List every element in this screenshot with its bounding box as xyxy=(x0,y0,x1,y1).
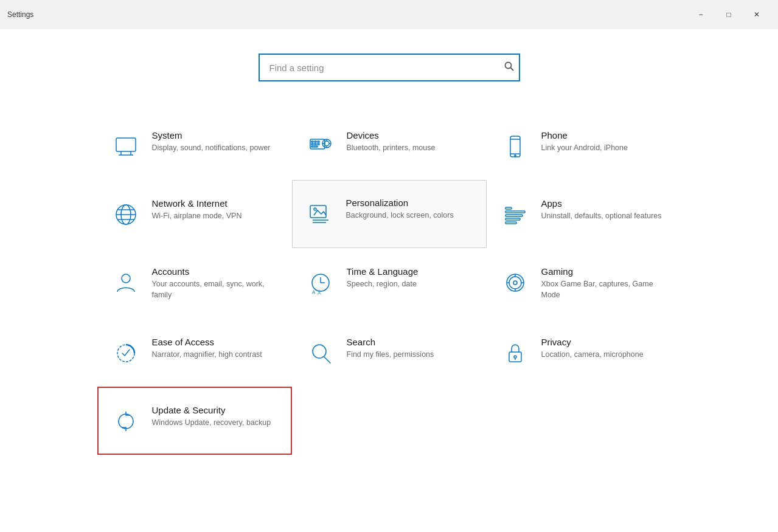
settings-title-update: Update & Security xyxy=(152,405,271,415)
settings-title-search: Search xyxy=(347,337,434,347)
settings-item-ease[interactable]: Ease of Access Narrator, magnifier, high… xyxy=(97,319,292,387)
settings-desc-privacy: Location, camera, microphone xyxy=(541,350,644,361)
search-icon xyxy=(504,61,514,71)
settings-desc-personalization: Background, lock screen, colors xyxy=(346,210,454,221)
update-icon xyxy=(111,406,141,437)
accounts-icon xyxy=(111,268,141,298)
settings-desc-apps: Uninstall, defaults, optional features xyxy=(541,211,662,222)
settings-text-gaming: Gaming Xbox Game Bar, captures, Game Mod… xyxy=(541,266,665,300)
settings-title-time: Time & Language xyxy=(347,266,419,277)
settings-text-privacy: Privacy Location, camera, microphone xyxy=(541,337,644,361)
svg-rect-37 xyxy=(505,222,516,224)
search-container xyxy=(259,54,520,81)
settings-desc-ease: Narrator, magnifier, high contrast xyxy=(152,350,262,361)
svg-point-55 xyxy=(514,356,516,358)
apps-icon xyxy=(500,199,530,230)
settings-item-phone[interactable]: Phone Link your Android, iPhone xyxy=(487,112,681,180)
gaming-icon xyxy=(500,268,530,298)
minimize-button[interactable]: − xyxy=(687,5,715,24)
settings-desc-search: Find my files, permissions xyxy=(347,350,434,361)
privacy-icon xyxy=(500,338,530,368)
settings-desc-gaming: Xbox Game Bar, captures, Game Mode xyxy=(541,279,665,300)
globe-icon xyxy=(111,199,141,230)
settings-text-network: Network & Internet Wi-Fi, airplane mode,… xyxy=(152,198,242,222)
settings-text-time: Time & Language Speech, region, date xyxy=(347,266,419,290)
svg-point-23 xyxy=(514,155,515,156)
settings-title-system: System xyxy=(152,130,271,140)
settings-item-privacy[interactable]: Privacy Location, camera, microphone xyxy=(487,319,681,387)
settings-item-update[interactable]: Update & Security Windows Update, recove… xyxy=(97,387,292,455)
search-icon xyxy=(305,338,336,368)
svg-line-53 xyxy=(324,357,330,363)
settings-title-accounts: Accounts xyxy=(152,266,276,277)
main-content: System Display, sound, notifications, po… xyxy=(0,29,778,532)
svg-point-32 xyxy=(314,208,316,210)
settings-item-search[interactable]: Search Find my files, permissions xyxy=(292,319,487,387)
svg-line-1 xyxy=(510,68,513,71)
settings-desc-time: Speech, region, date xyxy=(347,279,419,290)
settings-grid: System Display, sound, notifications, po… xyxy=(97,112,681,455)
settings-title-phone: Phone xyxy=(541,130,628,140)
svg-point-0 xyxy=(505,63,511,69)
svg-point-52 xyxy=(313,345,326,358)
window-controls: − □ ✕ xyxy=(687,5,771,24)
settings-text-system: System Display, sound, notifications, po… xyxy=(152,130,271,154)
settings-title-devices: Devices xyxy=(347,130,436,140)
svg-point-50 xyxy=(513,281,517,285)
svg-rect-8 xyxy=(314,141,316,142)
settings-item-apps[interactable]: Apps Uninstall, defaults, optional featu… xyxy=(487,180,681,248)
maximize-button[interactable]: □ xyxy=(715,5,743,24)
svg-rect-11 xyxy=(314,143,316,145)
settings-text-accounts: Accounts Your accounts, email, sync, wor… xyxy=(152,266,276,300)
svg-rect-36 xyxy=(505,218,520,220)
settings-desc-devices: Bluetooth, printers, mouse xyxy=(347,143,436,154)
svg-rect-54 xyxy=(509,352,521,362)
settings-title-apps: Apps xyxy=(541,198,662,209)
svg-text:A: A xyxy=(312,289,316,295)
settings-item-network[interactable]: Network & Internet Wi-Fi, airplane mode,… xyxy=(97,180,292,248)
settings-text-personalization: Personalization Background, lock screen,… xyxy=(346,198,454,221)
settings-text-apps: Apps Uninstall, defaults, optional featu… xyxy=(541,198,662,222)
svg-rect-2 xyxy=(116,138,136,151)
monitor-icon xyxy=(111,131,141,162)
settings-desc-phone: Link your Android, iPhone xyxy=(541,143,628,154)
svg-rect-12 xyxy=(318,143,319,145)
settings-desc-accounts: Your accounts, email, sync, work, family xyxy=(152,279,276,300)
close-button[interactable]: ✕ xyxy=(743,5,771,24)
svg-rect-9 xyxy=(318,141,319,142)
settings-desc-update: Windows Update, recovery, backup xyxy=(152,418,271,429)
phone-icon xyxy=(500,131,530,162)
svg-rect-13 xyxy=(311,146,318,147)
svg-rect-7 xyxy=(311,141,313,142)
settings-item-accounts[interactable]: Accounts Your accounts, email, sync, wor… xyxy=(97,248,292,319)
settings-item-gaming[interactable]: Gaming Xbox Game Bar, captures, Game Mod… xyxy=(487,248,681,319)
settings-text-search: Search Find my files, permissions xyxy=(347,337,434,361)
settings-title-ease: Ease of Access xyxy=(152,337,262,347)
ease-icon xyxy=(111,338,141,368)
svg-rect-35 xyxy=(505,215,523,216)
settings-item-devices[interactable]: Devices Bluetooth, printers, mouse xyxy=(292,112,487,180)
settings-title-network: Network & Internet xyxy=(152,198,242,209)
settings-title-gaming: Gaming xyxy=(541,266,665,277)
svg-point-38 xyxy=(122,274,130,283)
svg-text:文: 文 xyxy=(317,289,322,295)
settings-item-system[interactable]: System Display, sound, notifications, po… xyxy=(97,112,292,180)
svg-point-45 xyxy=(509,277,521,289)
title-bar: Settings − □ ✕ xyxy=(0,0,778,29)
settings-title-privacy: Privacy xyxy=(541,337,644,347)
settings-desc-system: Display, sound, notifications, power xyxy=(152,143,271,154)
svg-rect-34 xyxy=(505,211,525,213)
window-title: Settings xyxy=(7,10,33,19)
settings-desc-network: Wi-Fi, airplane mode, VPN xyxy=(152,211,242,222)
settings-text-devices: Devices Bluetooth, printers, mouse xyxy=(347,130,436,154)
settings-text-update: Update & Security Windows Update, recove… xyxy=(152,405,271,429)
personalization-icon xyxy=(305,199,335,229)
search-button[interactable] xyxy=(504,61,514,74)
settings-item-personalization[interactable]: Personalization Background, lock screen,… xyxy=(292,180,487,248)
settings-title-personalization: Personalization xyxy=(346,198,454,208)
svg-rect-10 xyxy=(311,143,313,145)
settings-text-ease: Ease of Access Narrator, magnifier, high… xyxy=(152,337,262,361)
search-input[interactable] xyxy=(259,54,520,81)
settings-item-time[interactable]: A文 Time & Language Speech, region, date xyxy=(292,248,487,319)
svg-rect-33 xyxy=(505,207,512,209)
